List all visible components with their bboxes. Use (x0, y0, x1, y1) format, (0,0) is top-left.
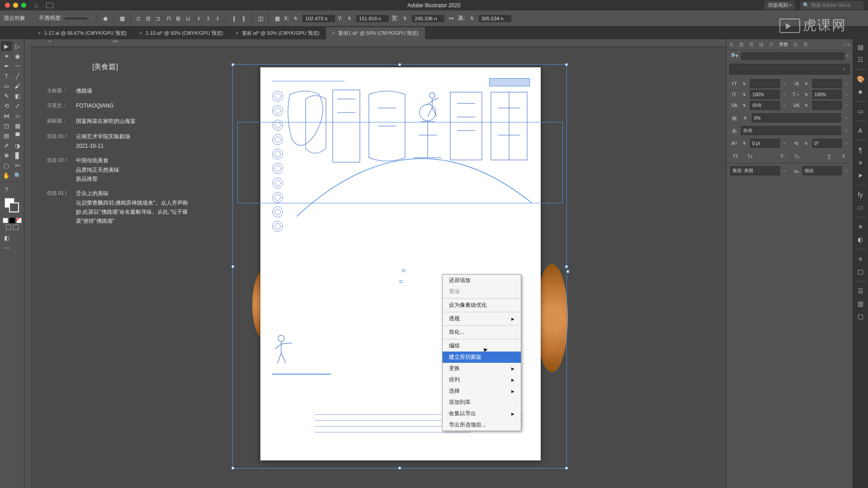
screen-mode-icon[interactable]: ◧ (1, 233, 12, 243)
rectangle-tool-icon[interactable]: ▭ (1, 81, 12, 91)
hand-tool-icon[interactable]: ✋ (1, 170, 12, 180)
width-tool-icon[interactable]: ⋈ (1, 111, 12, 121)
char-auto-input[interactable]: 自动 (741, 126, 841, 135)
close-tab-icon[interactable]: × (332, 31, 335, 36)
brushes-panel-icon[interactable]: ▭ (854, 106, 867, 116)
graphic-styles-panel-icon[interactable]: ⬭ (854, 202, 867, 212)
document-tab[interactable]: ×素材.ai* @ 50% (CMYK/GPU 预览) (229, 27, 326, 39)
width-value-input[interactable]: 245.336 n (412, 15, 444, 22)
workspace-layout-icon[interactable] (46, 3, 53, 8)
ctx-perspective[interactable]: 透视▶ (443, 313, 521, 324)
font-dropdown-icon[interactable]: ▾ (844, 54, 850, 58)
recolor-icon[interactable]: ◉ (101, 14, 109, 23)
stepper-icon[interactable]: ⇅ (345, 14, 354, 23)
panel-tab[interactable]: 颜 (736, 42, 746, 48)
ctx-add-to-library[interactable]: 添加到库 (443, 397, 521, 408)
distribute-spacing-v-icon[interactable]: ‖ (240, 14, 248, 23)
minimize-dot[interactable] (13, 3, 18, 8)
subscript-icon[interactable]: T₁ (792, 152, 802, 160)
draw-normal-icon[interactable] (6, 225, 11, 230)
gradient-tool-icon[interactable]: ▀ (12, 131, 24, 141)
swatches-panel-icon[interactable]: ♣ (854, 87, 867, 97)
stepper-icon[interactable]: ⇅ (802, 101, 811, 109)
panel-tab[interactable]: 渐 (746, 42, 756, 48)
panel-tab[interactable]: 透 (801, 42, 811, 48)
stroke-panel-icon[interactable]: ≡ (854, 254, 867, 264)
color-guide-panel-icon[interactable]: ◐ (854, 235, 867, 244)
color-chip[interactable] (9, 218, 15, 223)
align-right-icon[interactable]: ⊐ (154, 14, 162, 23)
mesh-tool-icon[interactable]: ▤ (1, 131, 12, 141)
rotate-input[interactable]: 0° (812, 139, 842, 148)
distribute-hright-icon[interactable]: ⦀ (213, 14, 222, 23)
x-value-input[interactable]: 102.473 n (302, 15, 335, 22)
lasso-tool-icon[interactable]: ◉ (12, 51, 24, 61)
opentype-panel-icon[interactable]: ➤ (854, 170, 867, 180)
ctx-group[interactable]: 编组 (443, 340, 521, 352)
line-tool-icon[interactable]: ╱ (12, 71, 24, 81)
opacity-input[interactable] (65, 18, 87, 19)
canvas-area[interactable]: 0 100 [美食篇] 主标题：佛跳墙 示英文：FOTIAOQIANG 副标题：… (24, 39, 726, 488)
superscript-icon[interactable]: T¹ (777, 152, 788, 160)
allcaps-icon[interactable]: TT (730, 152, 741, 160)
tracking-input[interactable] (812, 101, 842, 110)
align-left-icon[interactable]: ⊏ (135, 14, 143, 23)
underline-icon[interactable]: T̲ (824, 152, 835, 160)
align-vcenter-icon[interactable]: ⊞ (174, 14, 182, 23)
stepper-icon[interactable]: ⇅ (802, 90, 811, 99)
home-icon[interactable]: ⌂ (34, 2, 38, 9)
kerning-input[interactable]: 自动 (750, 101, 780, 110)
align-top-icon[interactable]: ⊓ (165, 14, 173, 23)
draw-behind-icon[interactable] (13, 225, 19, 230)
adobe-stock-search[interactable]: 🔍 搜索 Adobe Stock (800, 1, 863, 9)
transform-anchor-icon[interactable]: ▦ (273, 14, 281, 23)
close-dot[interactable] (5, 3, 10, 8)
distribute-hcenter-icon[interactable]: ⦀ (204, 14, 212, 23)
stepper-icon[interactable]: ⇅ (740, 80, 748, 88)
stepper-icon[interactable]: ⇅ (292, 14, 300, 23)
ctx-collect-export[interactable]: 收集以导出▶ (443, 408, 521, 419)
document-tab[interactable]: ×1-17.ai @ 66.67% (CMYK/GPU 预览) (32, 27, 133, 39)
ctx-arrange[interactable]: 排列▶ (443, 374, 521, 385)
font-family-input[interactable] (741, 52, 844, 60)
paragraph-panel-icon[interactable]: ¶ (854, 145, 867, 155)
panel-collapse-icon[interactable]: ›› ≡ (840, 42, 853, 47)
free-transform-tool-icon[interactable]: ▱ (12, 111, 24, 121)
layers-panel-icon[interactable]: ☰ (854, 286, 867, 296)
artboard-tool-icon[interactable]: ▢ (1, 160, 12, 170)
ctx-make-clipping-mask[interactable]: 建立剪切蒙版 (443, 352, 521, 363)
close-tab-icon[interactable]: × (139, 31, 142, 36)
font-size-input[interactable] (750, 79, 780, 88)
panel-tab[interactable]: 段 (791, 42, 801, 48)
curvature-tool-icon[interactable]: 〰 (12, 61, 24, 71)
y-value-input[interactable]: 151.818 n (356, 15, 389, 22)
opacity-dropdown[interactable]: › (91, 16, 93, 20)
document-tab[interactable]: ×1-10.ai* @ 50% (CMYK/GPU 预览) (133, 27, 229, 39)
leading-input[interactable] (812, 79, 842, 88)
link-wh-icon[interactable]: ⚯ (447, 14, 455, 23)
pen-tool-icon[interactable]: ✒ (1, 61, 12, 71)
paintbrush-tool-icon[interactable]: 🖌 (12, 81, 24, 91)
stepper-icon[interactable]: ⇅ (401, 14, 409, 23)
ctx-pixel-perfect[interactable]: 设为像素级优化 (443, 300, 521, 311)
artboards-panel-icon[interactable]: ▢ (854, 311, 867, 321)
font-style-dropdown[interactable]: ▾ (729, 64, 850, 75)
libraries-panel-icon[interactable]: ☷ (854, 55, 867, 65)
baseline-input[interactable]: 0 pt (750, 139, 780, 148)
edit-toolbar-icon[interactable]: ⋯ (1, 243, 12, 253)
zoom-tool-icon[interactable]: 🔍 (12, 170, 24, 180)
panel-tab-active[interactable]: 字符 (776, 42, 791, 48)
stroke-swatch[interactable] (9, 202, 19, 212)
perspective-grid-tool-icon[interactable]: ▦ (12, 121, 24, 131)
document-tab-active[interactable]: ×案例1.ai* @ 50% (CMYK/GPU 预览) (326, 27, 425, 39)
ctx-select[interactable]: 选择▶ (443, 385, 521, 397)
align-hcenter-icon[interactable]: ⊟ (144, 14, 152, 23)
column-graph-tool-icon[interactable]: ▊ (12, 150, 24, 160)
shape-builder-tool-icon[interactable]: ◫ (1, 121, 12, 131)
eyedropper-tool-icon[interactable]: ✐ (1, 141, 12, 150)
stepper-icon[interactable]: ⇅ (802, 80, 811, 88)
close-tab-icon[interactable]: × (38, 31, 41, 36)
color-panel-icon[interactable]: 🎨 (854, 74, 867, 84)
shape-mode-icon[interactable]: ◫ (256, 14, 264, 23)
symbols-panel-icon[interactable]: ☀ (854, 222, 867, 232)
